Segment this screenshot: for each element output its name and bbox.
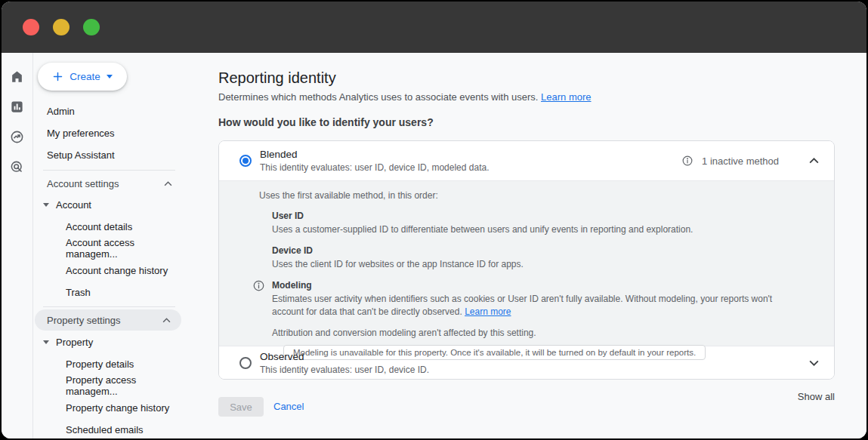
expand-observed-chevron-down-icon[interactable] bbox=[809, 360, 819, 366]
left-icon-rail bbox=[2, 53, 33, 438]
sidebar-item-my-preferences[interactable]: My preferences bbox=[33, 122, 183, 143]
method-description: Uses a customer-supplied ID to different… bbox=[272, 223, 793, 235]
app-body: Create Admin My preferences Setup Assist… bbox=[2, 53, 866, 438]
learn-more-link[interactable]: Learn more bbox=[541, 91, 591, 103]
cancel-button[interactable]: Cancel bbox=[273, 401, 304, 412]
method-description-text: Estimates user activity when identifiers… bbox=[272, 294, 772, 316]
sidebar-item-account[interactable]: Account bbox=[33, 194, 183, 215]
sidebar-item-account-access-management[interactable]: Account access managem... bbox=[33, 238, 183, 259]
show-all-container: Show all bbox=[218, 391, 835, 402]
sidebar-item-label: Trash bbox=[66, 287, 91, 298]
sidebar-item-scheduled-emails[interactable]: Scheduled emails bbox=[33, 419, 183, 438]
method-name: Device ID bbox=[272, 245, 819, 256]
sidebar-divider bbox=[43, 170, 175, 171]
sidebar-item-label: Property change history bbox=[66, 402, 169, 414]
sidebar-section-property-settings[interactable]: Property settings bbox=[35, 309, 181, 331]
inactive-method-badge: 1 inactive method bbox=[702, 155, 779, 167]
show-all-link[interactable]: Show all bbox=[798, 391, 835, 402]
blended-header-right: 1 inactive method bbox=[682, 155, 819, 167]
sidebar-item-account-change-history[interactable]: Account change history bbox=[33, 260, 183, 281]
page-description: Determines which methods Analytics uses … bbox=[218, 91, 592, 103]
blended-sublabel: This identity evaluates: user ID, device… bbox=[260, 162, 682, 173]
sidebar-item-property-access-management[interactable]: Property access managem... bbox=[33, 375, 183, 396]
sidebar-item-label: My preferences bbox=[47, 128, 115, 139]
collapse-triangle-icon bbox=[43, 340, 49, 344]
method-device-id: Device ID Uses the client ID for website… bbox=[272, 245, 819, 270]
blended-radio-selected[interactable] bbox=[239, 155, 252, 167]
create-button[interactable]: Create bbox=[38, 63, 127, 91]
create-button-label: Create bbox=[70, 71, 100, 82]
method-description: Uses the client ID for websites or the a… bbox=[272, 258, 793, 270]
sidebar-item-property-details[interactable]: Property details bbox=[33, 353, 183, 374]
blended-details-panel: Uses the first available method, in this… bbox=[219, 180, 834, 346]
method-name: User ID bbox=[272, 211, 819, 221]
sidebar-item-property-change-history[interactable]: Property change history bbox=[33, 397, 183, 418]
sidebar-item-label: Property access managem... bbox=[66, 374, 183, 397]
collapse-triangle-icon bbox=[43, 203, 49, 207]
attribution-note: Attribution and conversion modeling aren… bbox=[272, 328, 819, 338]
reports-bar-chart-icon[interactable] bbox=[10, 100, 24, 114]
info-icon bbox=[253, 280, 264, 294]
sidebar-item-trash[interactable]: Trash bbox=[33, 282, 183, 303]
method-user-id: User ID Uses a customer-supplied ID to d… bbox=[272, 211, 819, 235]
minimize-window-button[interactable] bbox=[53, 19, 70, 35]
plus-icon bbox=[52, 71, 63, 82]
methods-intro: Uses the first available method, in this… bbox=[259, 190, 819, 201]
observed-radio-unselected[interactable] bbox=[239, 357, 252, 369]
sidebar-divider bbox=[43, 306, 175, 307]
create-dropdown-arrow-icon bbox=[107, 75, 113, 78]
observed-text: Observed This identity evaluates: user I… bbox=[260, 351, 809, 375]
sidebar-item-label: Scheduled emails bbox=[66, 424, 144, 435]
window-titlebar bbox=[2, 2, 866, 53]
sidebar-item-label: Account change history bbox=[66, 265, 168, 276]
sidebar-item-property[interactable]: Property bbox=[33, 331, 183, 352]
sidebar-item-account-details[interactable]: Account details bbox=[33, 216, 183, 237]
method-name: Modeling bbox=[272, 280, 819, 291]
sidebar-item-label: Account access managem... bbox=[66, 237, 183, 260]
option-blended[interactable]: Blended This identity evaluates: user ID… bbox=[219, 141, 834, 180]
identity-question-heading: How would you like to identify your user… bbox=[218, 116, 434, 128]
section-label: Property settings bbox=[47, 315, 121, 326]
learn-more-link[interactable]: Learn more bbox=[465, 306, 511, 317]
option-observed[interactable]: Observed This identity evaluates: user I… bbox=[219, 346, 834, 380]
sidebar-item-label: Setup Assistant bbox=[47, 149, 115, 161]
method-description: Estimates user activity when identifiers… bbox=[272, 293, 793, 317]
sidebar-section-account-settings[interactable]: Account settings bbox=[33, 173, 183, 194]
close-window-button[interactable] bbox=[23, 19, 39, 35]
sidebar-item-label: Property bbox=[56, 337, 93, 348]
page-description-text: Determines which methods Analytics uses … bbox=[218, 91, 538, 103]
section-label: Account settings bbox=[47, 178, 119, 189]
sidebar-item-label: Admin bbox=[47, 106, 75, 117]
collapse-blended-chevron-up-icon[interactable] bbox=[809, 158, 819, 164]
blended-text: Blended This identity evaluates: user ID… bbox=[260, 149, 682, 173]
method-modeling: Modeling Estimates user activity when id… bbox=[272, 280, 819, 317]
save-button[interactable]: Save bbox=[218, 397, 264, 417]
sidebar-item-label: Account details bbox=[66, 221, 132, 232]
admin-sidebar: Create Admin My preferences Setup Assist… bbox=[33, 53, 183, 438]
app-window: Create Admin My preferences Setup Assist… bbox=[2, 2, 866, 438]
reporting-identity-card: Blended This identity evaluates: user ID… bbox=[218, 140, 835, 380]
observed-header-right bbox=[809, 360, 819, 366]
home-icon[interactable] bbox=[10, 69, 24, 84]
sidebar-item-admin[interactable]: Admin bbox=[33, 100, 183, 122]
page-title: Reporting identity bbox=[218, 69, 336, 87]
chevron-up-icon bbox=[162, 318, 171, 323]
maximize-window-button[interactable] bbox=[83, 19, 100, 35]
blended-label: Blended bbox=[260, 149, 682, 160]
observed-label: Observed bbox=[260, 351, 809, 362]
chevron-up-icon bbox=[164, 181, 172, 186]
sidebar-item-label: Property details bbox=[66, 358, 134, 370]
advertising-target-icon[interactable] bbox=[10, 160, 24, 174]
info-icon[interactable] bbox=[682, 155, 693, 166]
explore-trend-icon[interactable] bbox=[10, 130, 24, 144]
sidebar-item-setup-assistant[interactable]: Setup Assistant bbox=[33, 144, 183, 165]
sidebar-item-label: Account bbox=[56, 199, 91, 211]
observed-sublabel: This identity evaluates: user ID, device… bbox=[260, 365, 809, 375]
